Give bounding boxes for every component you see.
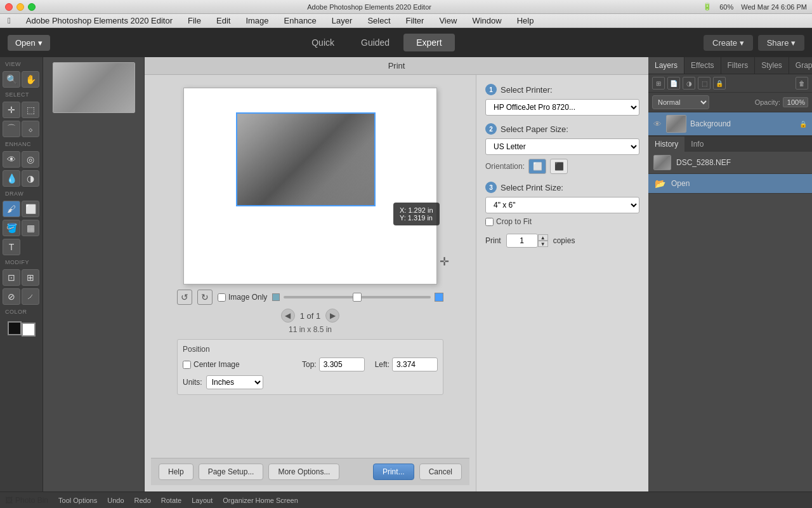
tab-filters[interactable]: Filters [721,57,756,74]
landscape-button[interactable]: ⬛ [550,159,568,174]
slider-handle[interactable] [353,293,362,302]
lasso-tool[interactable]: ⌒ [3,121,20,137]
zoom-tool[interactable]: 🔍 [3,71,20,88]
print-size-select[interactable]: 4" x 6" 5" x 7" 8" x 10" [485,197,639,213]
more-options-button[interactable]: More Options... [268,464,339,480]
menu-layer[interactable]: Layer [329,15,355,27]
open-button[interactable]: Open ▾ [8,35,50,51]
history-item-0[interactable]: DSC_5288.NEF [648,152,812,174]
layer-visibility-icon[interactable]: 👁 [652,119,662,129]
tab-quick[interactable]: Quick [299,34,347,51]
copies-down-button[interactable]: ▼ [538,241,548,247]
quick-select-tool[interactable]: ⬦ [22,121,39,137]
organizer-item[interactable]: Organizer Home Screen [223,497,298,504]
step3-label: 3 Select Print Size: [485,182,639,193]
undo-item[interactable]: Undo [107,497,124,504]
straighten-tool[interactable]: ⟋ [22,288,39,305]
portrait-button[interactable]: ⬜ [528,159,546,174]
marquee-tool[interactable]: ⬚ [22,102,39,118]
menu-app[interactable]: Adobe Photoshop Elements 2020 Editor [23,15,175,27]
rotate-ccw-button[interactable]: ↺ [177,290,192,305]
minimize-button[interactable] [16,3,24,11]
image-only-checkbox[interactable] [218,293,226,302]
image-only-check[interactable]: Image Only [218,293,267,302]
menu-view[interactable]: View [436,15,459,27]
redo-item[interactable]: Redo [134,497,151,504]
spot-tool[interactable]: ◎ [22,151,39,168]
apple-menu[interactable]:  [5,15,13,27]
blur-tool[interactable]: 💧 [3,170,20,187]
image-on-page[interactable] [236,112,376,206]
brush-tool[interactable]: 🖌 [3,201,20,217]
eraser-tool[interactable]: ⬜ [22,201,39,217]
tab-guided[interactable]: Guided [348,34,402,51]
opacity-input[interactable] [783,97,808,107]
foreground-color[interactable] [8,321,22,335]
lock-icon[interactable]: 🔒 [713,77,726,90]
layout-item[interactable]: Layout [192,497,213,504]
photo-bin-item[interactable]: 🖼 Photo Bin [5,496,48,505]
rotate-cw-button[interactable]: ↻ [197,290,213,305]
mask-icon[interactable]: ⬚ [698,77,710,90]
gradient-tool[interactable]: ▦ [22,220,39,236]
share-button[interactable]: Share ▾ [758,35,804,51]
new-group-icon[interactable]: ⊞ [652,77,665,90]
copies-input[interactable] [506,234,538,248]
cancel-button[interactable]: Cancel [419,464,462,480]
adjustment-icon[interactable]: ◑ [683,77,695,90]
create-button[interactable]: Create ▾ [704,35,753,51]
copies-up-button[interactable]: ▲ [538,234,548,241]
menu-enhance[interactable]: Enhance [282,15,319,27]
center-image-checkbox[interactable] [183,361,191,369]
preview-controls: ↺ ↻ Image Only [177,284,443,337]
tab-expert[interactable]: Expert [403,34,454,51]
history-item-1[interactable]: 📂 Open [648,174,812,194]
menu-edit[interactable]: Edit [214,15,233,27]
prev-page-button[interactable]: ◀ [281,309,295,323]
page-setup-button[interactable]: Page Setup... [199,464,264,480]
crop-to-fit-label[interactable]: Crop to Fit [485,217,639,226]
maximize-button[interactable] [28,3,36,11]
recompose-tool[interactable]: ⊞ [22,269,39,286]
paper-size-select[interactable]: US Letter A4 4x6 [485,138,639,155]
delete-layer-icon[interactable]: 🗑 [796,77,808,90]
move-tool[interactable]: ✛ [3,102,20,118]
content-aware-tool[interactable]: ⊘ [3,288,20,305]
printer-select[interactable]: HP OfficeJet Pro 8720... [485,99,639,116]
tool-options-item[interactable]: Tool Options [58,497,97,504]
layer-background[interactable]: 👁 Background 🔒 [648,112,812,136]
close-button[interactable] [5,3,13,11]
window-controls[interactable] [5,3,36,11]
crop-to-fit-checkbox[interactable] [485,218,494,226]
menu-help[interactable]: Help [514,15,537,27]
mode-tabs: Quick Guided Expert [55,34,698,51]
menu-filter[interactable]: Filter [403,15,427,27]
text-tool[interactable]: T [3,239,20,255]
tab-styles[interactable]: Styles [755,57,789,74]
blend-mode-select[interactable]: Normal Multiply Screen [652,95,709,109]
menu-image[interactable]: Image [243,15,271,27]
top-input[interactable] [319,358,365,371]
print-button[interactable]: Print... [373,464,414,480]
hand-tool[interactable]: ✋ [22,71,39,88]
eye-tool[interactable]: 👁 [3,151,20,168]
menu-select[interactable]: Select [365,15,393,27]
background-color[interactable] [22,323,36,337]
units-select[interactable]: Inches Centimeters Millimeters [206,375,263,389]
menu-window[interactable]: Window [469,15,504,27]
size-slider[interactable] [284,296,431,298]
paint-bucket-tool[interactable]: 🪣 [3,220,20,236]
help-button[interactable]: Help [159,464,193,480]
tab-history[interactable]: History [648,137,684,152]
crop-tool[interactable]: ⊡ [3,269,20,286]
next-page-button[interactable]: ▶ [325,309,339,323]
tab-info[interactable]: Info [684,137,710,152]
menu-file[interactable]: File [185,15,204,27]
new-layer-icon[interactable]: 📄 [667,77,680,90]
tab-effects[interactable]: Effects [684,57,721,74]
rotate-item[interactable]: Rotate [161,497,181,504]
tab-graphics[interactable]: Graphic [789,57,812,74]
dodge-tool[interactable]: ◑ [22,170,39,187]
left-input[interactable] [392,358,438,371]
tab-layers[interactable]: Layers [648,57,684,74]
